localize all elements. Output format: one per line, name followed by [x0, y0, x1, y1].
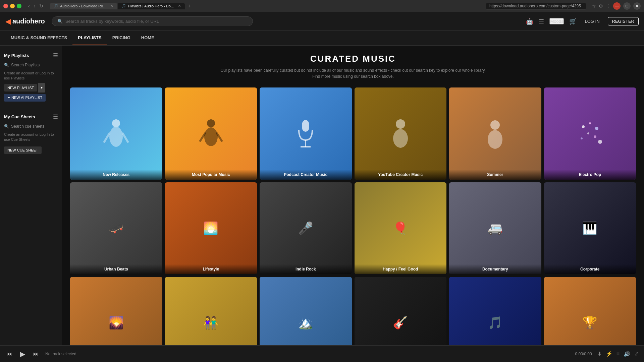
lightning-icon[interactable]: ⚡: [606, 351, 612, 357]
playlists-login-prompt: Create an account or Log In to use Playl…: [4, 71, 58, 81]
global-search-bar[interactable]: 🔍 Search all tracks by keywords, audio f…: [52, 16, 253, 26]
playlists-menu-icon[interactable]: ☰: [53, 52, 58, 59]
cue-sheets-login-prompt: Create an account or Log In to use Cue S…: [4, 132, 58, 142]
back-button[interactable]: ‹: [27, 3, 31, 9]
extensions-icon[interactable]: ⚙: [599, 3, 603, 9]
sidebar-divider: [0, 108, 62, 108]
player-time: 0:00/0:00: [575, 352, 592, 356]
site-logo[interactable]: ◀ audiohero: [5, 17, 45, 25]
playlist-card-11[interactable]: 🎹 Corporate: [544, 182, 636, 275]
new-playlist-button[interactable]: NEW PLAYLIST: [4, 84, 37, 92]
minimize-window-button[interactable]: [10, 4, 15, 8]
browser-actions: ☆ ⚙ ⋮ — □ ✕: [592, 2, 641, 10]
playlist-card-3[interactable]: YouTube Creator Music: [355, 87, 447, 180]
maximize-browser-button[interactable]: □: [623, 2, 631, 10]
search-icon: 🔍: [57, 19, 63, 24]
playlist-card-16[interactable]: 🎵 EDM: [449, 277, 541, 345]
main-content: CURATED MUSIC Our playlists have been ca…: [62, 46, 644, 345]
playlist-card-10[interactable]: 🚐 Documentary: [449, 182, 541, 275]
playlist-card-2[interactable]: Podcast Creator Music: [260, 87, 352, 180]
tab-bar: 🎵 AudioHero - Download Royalty F... ✕ 🎵 …: [50, 3, 480, 9]
close-browser-button[interactable]: ✕: [633, 2, 641, 10]
sidebar: My Playlists ☰ 🔍 Search Playlists Create…: [0, 46, 62, 345]
my-playlists-title: My Playlists ☰: [4, 52, 58, 59]
hamburger-icon[interactable]: ☰: [539, 18, 544, 25]
play-button[interactable]: ▶: [19, 349, 26, 359]
window-controls: [3, 4, 21, 8]
search-cue-sheets-button[interactable]: 🔍 Search cue sheets: [4, 123, 58, 130]
nav-home[interactable]: HOME: [136, 31, 160, 45]
playlist-card-13[interactable]: 👫 Upbeat Pop: [165, 277, 257, 345]
browser-tab-2[interactable]: 🎵 Playlists | Audio Hero - Download... ✕: [118, 3, 185, 9]
list-icon[interactable]: ≡: [616, 351, 620, 357]
volume-icon[interactable]: 🔊: [624, 351, 630, 357]
new-ai-playlist-button[interactable]: ✦ NEW AI PLAYLIST: [4, 94, 46, 102]
playlist-card-1[interactable]: Most Popular Music: [165, 87, 257, 180]
page-title: CURATED MUSIC: [70, 54, 636, 64]
sidebar-cue-sheets-section: My Cue Sheets ☰ 🔍 Search cue sheets Crea…: [0, 111, 62, 158]
playlist-card-15[interactable]: 🎸 Retro Rock: [355, 277, 447, 345]
refresh-button[interactable]: ↻: [38, 3, 45, 9]
close-window-button[interactable]: [3, 4, 8, 8]
maximize-window-button[interactable]: [17, 4, 21, 8]
playlist-card-4[interactable]: Summer: [449, 87, 541, 180]
logo-icon: ◀: [5, 17, 10, 25]
bottom-player: ⏮ ▶ ⏭ No track selected 0:00/0:00 ⬇ ⚡ ≡ …: [0, 345, 644, 362]
playlist-card-8[interactable]: 🎤 Indie Rock: [260, 182, 352, 275]
my-cue-sheets-title: My Cue Sheets ☰: [4, 114, 58, 120]
browser-navigation: ‹ › ↻: [27, 3, 45, 9]
download-icon[interactable]: ⬇: [597, 351, 602, 357]
playlist-card-14[interactable]: 🏔️ Adventure: [260, 277, 352, 345]
login-button[interactable]: LOG IN: [582, 17, 602, 25]
new-playlist-dropdown-button[interactable]: ▼: [38, 83, 45, 93]
close-tab-1[interactable]: ✕: [110, 4, 113, 8]
browser-chrome: ‹ › ↻ 🎵 AudioHero - Download Royalty F..…: [0, 0, 644, 12]
new-playlist-controls: NEW PLAYLIST ▼: [4, 83, 58, 93]
playlist-card-12[interactable]: 🌄 Inspirational: [70, 277, 162, 345]
forward-button[interactable]: ›: [33, 3, 37, 9]
cart-icon[interactable]: 🛒: [569, 18, 577, 25]
expand-icon[interactable]: ⤢: [634, 351, 639, 357]
previous-button[interactable]: ⏮: [5, 350, 13, 358]
cue-sheets-menu-icon[interactable]: ☰: [53, 114, 58, 120]
app-header: ◀ audiohero 🔍 Search all tracks by keywo…: [0, 12, 644, 31]
playlist-card-0[interactable]: New Releases: [70, 87, 162, 180]
nav-pricing[interactable]: PRICING: [107, 31, 136, 45]
nav-music-sound-effects[interactable]: MUSIC & SOUND EFFECTS: [5, 31, 72, 45]
address-bar[interactable]: https://download.audiohero.com/custom-pa…: [486, 3, 586, 9]
ai-icon[interactable]: 🤖: [526, 18, 533, 25]
nav-bar: MUSIC & SOUND EFFECTS PLAYLISTS PRICING …: [0, 31, 644, 46]
close-tab-2[interactable]: ✕: [178, 4, 181, 8]
player-controls-right: ⬇ ⚡ ≡ 🔊 ⤢: [597, 351, 639, 357]
sidebar-playlists-section: My Playlists ☰ 🔍 Search Playlists Create…: [0, 50, 62, 105]
search-cue-icon: 🔍: [4, 124, 9, 129]
playlist-card-6[interactable]: 🛹 Urban Beats: [70, 182, 162, 275]
page-subtitle: Our playlists have been carefully curate…: [219, 67, 487, 79]
minimize-browser-button[interactable]: —: [613, 2, 621, 10]
nav-playlists[interactable]: PLAYLISTS: [72, 31, 107, 45]
moods-button[interactable]: Moods: [549, 18, 564, 24]
playlist-card-17[interactable]: 🏆 Emotional Building: [544, 277, 636, 345]
playlist-card-7[interactable]: 🌅 Lifestyle: [165, 182, 257, 275]
menu-icon[interactable]: ⋮: [606, 3, 610, 9]
bookmark-icon[interactable]: ☆: [592, 3, 596, 9]
main-layout: My Playlists ☰ 🔍 Search Playlists Create…: [0, 46, 644, 345]
search-playlists-icon: 🔍: [4, 63, 9, 67]
playlist-card-5[interactable]: Electro Pop: [544, 87, 636, 180]
new-cue-sheet-button[interactable]: NEW CUE SHEET: [4, 146, 42, 154]
search-playlists-button[interactable]: 🔍 Search Playlists: [4, 61, 58, 69]
playlist-grid: New Releases Most Popular Music Podcast …: [70, 87, 636, 345]
register-button[interactable]: REGISTER: [608, 17, 639, 25]
browser-tab-1[interactable]: 🎵 AudioHero - Download Royalty F... ✕: [50, 3, 117, 9]
playlist-card-9[interactable]: 🎈 Happy / Feel Good: [355, 182, 447, 275]
next-button[interactable]: ⏭: [32, 350, 40, 358]
new-tab-button[interactable]: +: [185, 3, 193, 9]
header-right: 🤖 ☰ Moods 🛒 LOG IN REGISTER: [526, 17, 639, 25]
no-track-label: No track selected: [45, 352, 570, 356]
